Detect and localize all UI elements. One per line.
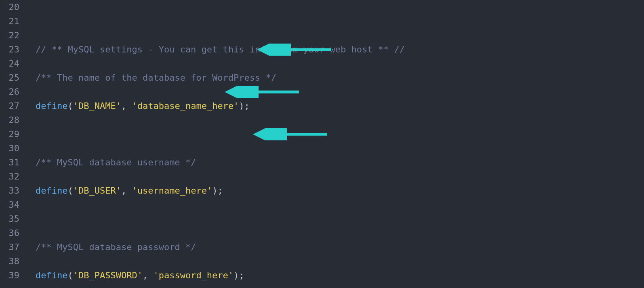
- punct: ;: [239, 270, 244, 280]
- keyword-text: define: [36, 186, 67, 196]
- code-line[interactable]: /** MySQL database password */: [36, 240, 644, 254]
- punct: ;: [244, 101, 250, 111]
- punct: ;: [217, 186, 223, 196]
- string-text: 'password_here': [153, 270, 234, 280]
- punct: (: [67, 186, 73, 196]
- line-number: 22: [0, 28, 19, 42]
- line-number: 33: [0, 184, 19, 198]
- code-editor[interactable]: 20 21 22 23 24 25 26 27 28 29 30 31 32 3…: [0, 0, 644, 288]
- line-number: 21: [0, 14, 19, 28]
- line-number: 39: [0, 268, 19, 282]
- code-line[interactable]: [36, 14, 644, 28]
- line-number: 28: [0, 113, 19, 127]
- string-text: 'DB_USER': [73, 186, 121, 196]
- punct: (: [67, 101, 73, 111]
- line-number: 36: [0, 226, 19, 240]
- keyword-text: define: [36, 270, 67, 280]
- line-number: 30: [0, 141, 19, 155]
- comment-text: /** MySQL database password */: [36, 242, 196, 252]
- code-line[interactable]: [36, 212, 644, 226]
- comment-text: /** MySQL database username */: [36, 157, 196, 167]
- line-number: 29: [0, 127, 19, 141]
- line-number: 38: [0, 254, 19, 268]
- line-number: 24: [0, 56, 19, 71]
- line-number: 35: [0, 212, 19, 226]
- line-number: 37: [0, 240, 19, 254]
- string-text: 'database_name_here': [132, 101, 239, 111]
- line-number-gutter: 20 21 22 23 24 25 26 27 28 29 30 31 32 3…: [0, 0, 24, 288]
- line-number: 31: [0, 155, 19, 169]
- comment-text: // ** MySQL settings - You can get this …: [36, 44, 405, 54]
- code-line[interactable]: define('DB_PASSWORD', 'password_here');: [36, 268, 644, 282]
- punct: ): [212, 186, 217, 196]
- string-text: 'DB_NAME': [73, 101, 121, 111]
- punct: ): [234, 270, 239, 280]
- punct: ,: [121, 186, 132, 196]
- line-number: 27: [0, 99, 19, 113]
- comment-text: /** The name of the database for WordPre…: [36, 73, 276, 83]
- code-line[interactable]: // ** MySQL settings - You can get this …: [36, 42, 644, 56]
- line-number: 32: [0, 169, 19, 184]
- punct: ,: [121, 101, 132, 111]
- string-text: 'DB_PASSWORD': [73, 270, 143, 280]
- line-number: 20: [0, 0, 19, 14]
- punct: ): [239, 101, 244, 111]
- keyword-text: define: [36, 101, 67, 111]
- code-line[interactable]: [36, 127, 644, 141]
- line-number: 34: [0, 198, 19, 212]
- punct: (: [67, 270, 73, 280]
- code-line[interactable]: /** The name of the database for WordPre…: [36, 71, 644, 85]
- line-number: 26: [0, 85, 19, 99]
- line-number: 25: [0, 71, 19, 85]
- code-line[interactable]: /** MySQL database username */: [36, 155, 644, 169]
- code-content[interactable]: // ** MySQL settings - You can get this …: [24, 0, 644, 288]
- code-line[interactable]: define('DB_USER', 'username_here');: [36, 184, 644, 198]
- line-number: 23: [0, 42, 19, 56]
- code-line[interactable]: define('DB_NAME', 'database_name_here');: [36, 99, 644, 113]
- string-text: 'username_here': [132, 186, 212, 196]
- punct: ,: [143, 270, 154, 280]
